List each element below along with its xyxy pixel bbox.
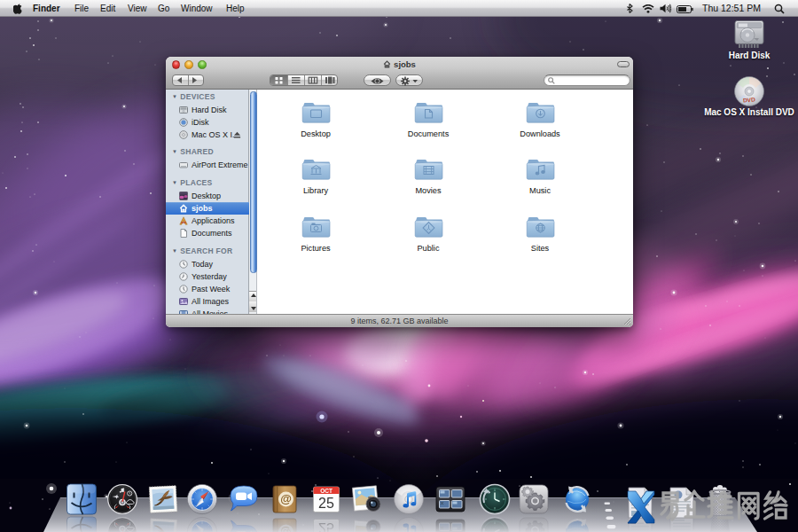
svg-text:Desktop: Desktop: [301, 129, 331, 138]
svg-text:Downloads: Downloads: [520, 129, 560, 138]
svg-text:Documents: Documents: [408, 129, 450, 138]
svg-text:Pictures: Pictures: [301, 244, 331, 253]
svg-text:Library: Library: [303, 186, 328, 195]
svg-text:Music: Music: [529, 186, 551, 195]
svg-text:OCT: OCT: [320, 488, 332, 494]
svg-text:DVD: DVD: [743, 97, 755, 104]
svg-text:Movies: Movies: [415, 186, 442, 195]
svg-text:25: 25: [318, 496, 334, 511]
svg-text:@: @: [280, 492, 292, 505]
svg-text:Sites: Sites: [531, 244, 550, 253]
svg-text:Public: Public: [417, 244, 439, 253]
